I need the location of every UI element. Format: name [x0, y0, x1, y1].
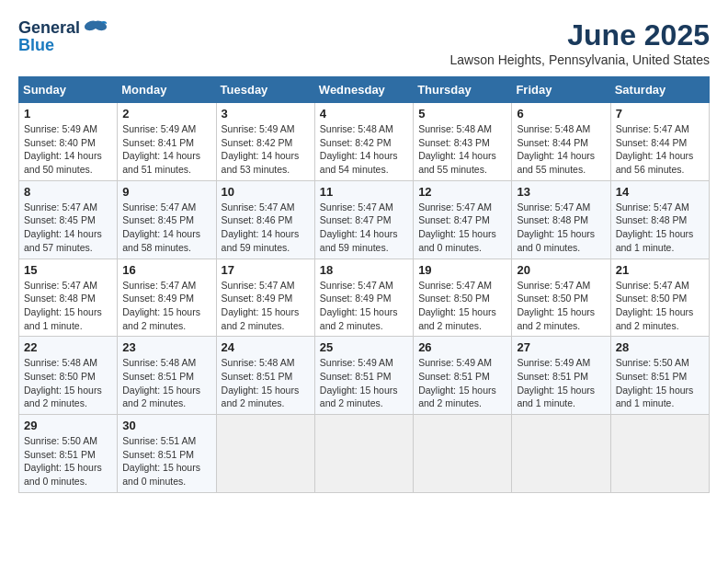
day-number: 4 [320, 107, 408, 121]
day-number: 7 [616, 107, 704, 121]
day-info: Sunrise: 5:48 AMSunset: 8:51 PMDaylight:… [222, 356, 310, 410]
day-info: Sunrise: 5:48 AMSunset: 8:50 PMDaylight:… [24, 356, 112, 410]
calendar-body: 1Sunrise: 5:49 AMSunset: 8:40 PMDaylight… [19, 103, 710, 493]
calendar-cell: 26Sunrise: 5:49 AMSunset: 8:51 PMDayligh… [414, 337, 512, 415]
day-info: Sunrise: 5:47 AMSunset: 8:48 PMDaylight:… [616, 201, 704, 255]
day-number: 8 [24, 185, 112, 199]
day-number: 6 [517, 107, 605, 121]
day-number: 12 [418, 185, 506, 199]
day-number: 23 [122, 340, 210, 354]
day-info: Sunrise: 5:47 AMSunset: 8:47 PMDaylight:… [320, 201, 408, 255]
day-info: Sunrise: 5:49 AMSunset: 8:41 PMDaylight:… [122, 122, 210, 177]
calendar-cell: 1Sunrise: 5:49 AMSunset: 8:40 PMDaylight… [19, 103, 118, 181]
calendar-cell: 25Sunrise: 5:49 AMSunset: 8:51 PMDayligh… [314, 337, 413, 415]
calendar-cell: 18Sunrise: 5:47 AMSunset: 8:49 PMDayligh… [314, 259, 413, 337]
calendar-cell [216, 415, 314, 493]
day-info: Sunrise: 5:48 AMSunset: 8:42 PMDaylight:… [320, 122, 408, 177]
day-info: Sunrise: 5:47 AMSunset: 8:49 PMDaylight:… [222, 279, 310, 333]
calendar-cell: 13Sunrise: 5:47 AMSunset: 8:48 PMDayligh… [512, 180, 610, 259]
logo-blue: Blue [18, 36, 54, 55]
calendar-week-row: 22Sunrise: 5:48 AMSunset: 8:50 PMDayligh… [19, 337, 710, 415]
calendar-cell: 3Sunrise: 5:49 AMSunset: 8:42 PMDaylight… [216, 103, 314, 181]
calendar-week-row: 1Sunrise: 5:49 AMSunset: 8:40 PMDaylight… [19, 103, 710, 181]
page-title: June 2025 [450, 18, 711, 52]
calendar-cell: 2Sunrise: 5:49 AMSunset: 8:41 PMDaylight… [118, 103, 216, 181]
day-info: Sunrise: 5:49 AMSunset: 8:51 PMDaylight:… [418, 356, 506, 410]
day-number: 15 [24, 263, 112, 277]
day-number: 3 [222, 107, 310, 121]
day-number: 21 [616, 263, 704, 277]
calendar-day-header: Sunday [19, 77, 118, 103]
calendar-cell: 20Sunrise: 5:47 AMSunset: 8:50 PMDayligh… [512, 259, 610, 337]
calendar-cell: 5Sunrise: 5:48 AMSunset: 8:43 PMDaylight… [414, 103, 512, 181]
day-number: 11 [320, 185, 408, 199]
calendar-cell: 16Sunrise: 5:47 AMSunset: 8:49 PMDayligh… [118, 259, 216, 337]
day-info: Sunrise: 5:47 AMSunset: 8:48 PMDaylight:… [24, 279, 112, 333]
calendar-cell: 28Sunrise: 5:50 AMSunset: 8:51 PMDayligh… [610, 337, 709, 415]
calendar-cell: 10Sunrise: 5:47 AMSunset: 8:46 PMDayligh… [216, 180, 314, 259]
calendar-cell: 7Sunrise: 5:47 AMSunset: 8:44 PMDaylight… [610, 103, 709, 181]
calendar-cell: 27Sunrise: 5:49 AMSunset: 8:51 PMDayligh… [512, 337, 610, 415]
calendar-cell: 24Sunrise: 5:48 AMSunset: 8:51 PMDayligh… [216, 337, 314, 415]
calendar-cell: 8Sunrise: 5:47 AMSunset: 8:45 PMDaylight… [19, 180, 118, 259]
calendar-cell [414, 415, 512, 493]
calendar-cell: 15Sunrise: 5:47 AMSunset: 8:48 PMDayligh… [19, 259, 118, 337]
calendar-day-header: Wednesday [314, 77, 413, 103]
day-info: Sunrise: 5:50 AMSunset: 8:51 PMDaylight:… [616, 356, 704, 410]
day-number: 28 [616, 340, 704, 354]
calendar-cell: 29Sunrise: 5:50 AMSunset: 8:51 PMDayligh… [19, 415, 118, 493]
title-area: June 2025 Lawson Heights, Pennsylvania, … [450, 18, 711, 67]
day-info: Sunrise: 5:47 AMSunset: 8:47 PMDaylight:… [418, 201, 506, 255]
day-info: Sunrise: 5:48 AMSunset: 8:44 PMDaylight:… [517, 122, 605, 177]
logo: General Blue [18, 18, 108, 55]
day-info: Sunrise: 5:49 AMSunset: 8:51 PMDaylight:… [320, 356, 408, 410]
day-number: 24 [222, 340, 310, 354]
calendar-cell: 6Sunrise: 5:48 AMSunset: 8:44 PMDaylight… [512, 103, 610, 181]
day-info: Sunrise: 5:49 AMSunset: 8:51 PMDaylight:… [517, 356, 605, 410]
day-number: 19 [418, 263, 506, 277]
day-info: Sunrise: 5:47 AMSunset: 8:48 PMDaylight:… [517, 201, 605, 255]
day-info: Sunrise: 5:51 AMSunset: 8:51 PMDaylight:… [122, 434, 210, 488]
page-subtitle: Lawson Heights, Pennsylvania, United Sta… [450, 52, 711, 67]
calendar-day-header: Monday [118, 77, 216, 103]
calendar-cell: 11Sunrise: 5:47 AMSunset: 8:47 PMDayligh… [314, 180, 413, 259]
day-number: 20 [517, 263, 605, 277]
day-info: Sunrise: 5:47 AMSunset: 8:49 PMDaylight:… [320, 279, 408, 333]
day-number: 22 [24, 340, 112, 354]
calendar-cell [512, 415, 610, 493]
day-number: 17 [222, 263, 310, 277]
day-number: 5 [418, 107, 506, 121]
day-number: 25 [320, 340, 408, 354]
calendar-day-header: Tuesday [216, 77, 314, 103]
calendar-cell: 17Sunrise: 5:47 AMSunset: 8:49 PMDayligh… [216, 259, 314, 337]
calendar-cell: 22Sunrise: 5:48 AMSunset: 8:50 PMDayligh… [19, 337, 118, 415]
calendar-cell: 21Sunrise: 5:47 AMSunset: 8:50 PMDayligh… [610, 259, 709, 337]
day-info: Sunrise: 5:50 AMSunset: 8:51 PMDaylight:… [24, 434, 112, 488]
day-number: 16 [122, 263, 210, 277]
day-info: Sunrise: 5:48 AMSunset: 8:43 PMDaylight:… [418, 122, 506, 177]
calendar-week-row: 8Sunrise: 5:47 AMSunset: 8:45 PMDaylight… [19, 180, 710, 259]
calendar-week-row: 15Sunrise: 5:47 AMSunset: 8:48 PMDayligh… [19, 259, 710, 337]
day-info: Sunrise: 5:47 AMSunset: 8:50 PMDaylight:… [517, 279, 605, 333]
calendar-cell: 23Sunrise: 5:48 AMSunset: 8:51 PMDayligh… [118, 337, 216, 415]
day-number: 10 [222, 185, 310, 199]
calendar-cell: 12Sunrise: 5:47 AMSunset: 8:47 PMDayligh… [414, 180, 512, 259]
day-info: Sunrise: 5:47 AMSunset: 8:45 PMDaylight:… [122, 201, 210, 255]
day-number: 9 [122, 185, 210, 199]
calendar-day-header: Saturday [610, 77, 709, 103]
day-info: Sunrise: 5:49 AMSunset: 8:42 PMDaylight:… [222, 122, 310, 177]
day-info: Sunrise: 5:47 AMSunset: 8:50 PMDaylight:… [418, 279, 506, 333]
day-number: 29 [24, 419, 112, 432]
day-number: 30 [122, 419, 210, 432]
day-number: 1 [24, 107, 112, 121]
calendar-table: SundayMondayTuesdayWednesdayThursdayFrid… [18, 76, 710, 493]
day-number: 14 [616, 185, 704, 199]
day-info: Sunrise: 5:47 AMSunset: 8:45 PMDaylight:… [24, 201, 112, 255]
calendar-cell: 4Sunrise: 5:48 AMSunset: 8:42 PMDaylight… [314, 103, 413, 181]
calendar-cell [610, 415, 709, 493]
day-info: Sunrise: 5:47 AMSunset: 8:46 PMDaylight:… [222, 201, 310, 255]
calendar-cell [314, 415, 413, 493]
day-number: 27 [517, 340, 605, 354]
day-info: Sunrise: 5:47 AMSunset: 8:49 PMDaylight:… [122, 279, 210, 333]
calendar-cell: 19Sunrise: 5:47 AMSunset: 8:50 PMDayligh… [414, 259, 512, 337]
